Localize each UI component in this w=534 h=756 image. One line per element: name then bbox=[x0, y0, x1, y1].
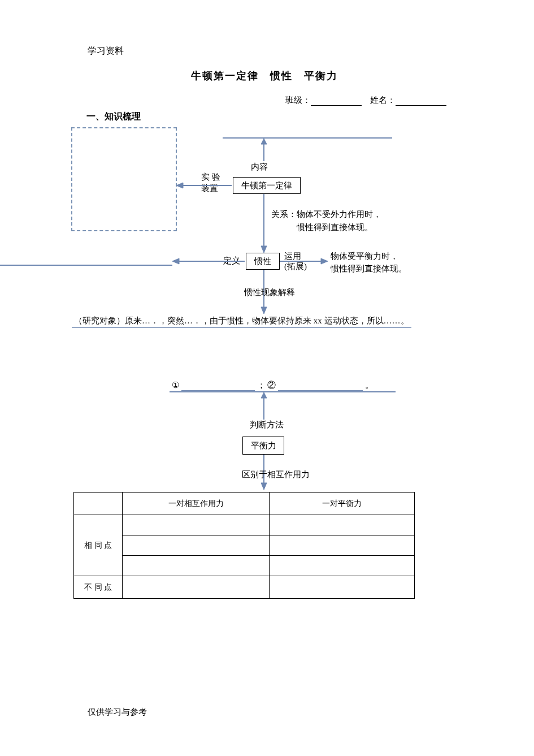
judgment-end: 。 bbox=[365, 381, 374, 390]
cell-similar-1a[interactable] bbox=[123, 515, 269, 535]
comparison-table: 一对相互作用力 一对平衡力 相 同 点 不 同 点 bbox=[73, 492, 415, 599]
label-content: 内容 bbox=[251, 162, 268, 172]
dashed-placeholder-box bbox=[71, 127, 177, 231]
svg-marker-5 bbox=[261, 246, 267, 253]
doc-footer: 仅供学习与参考 bbox=[88, 707, 147, 718]
judgment-blank-row: ① ； ② 。 bbox=[172, 380, 374, 391]
judgment-blank-2: ② bbox=[267, 381, 276, 390]
svg-marker-9 bbox=[321, 258, 328, 264]
label-relation-line2: 惯性得到直接体现。 bbox=[297, 222, 373, 233]
doc-header: 学习资料 bbox=[88, 45, 124, 57]
label-apply-line2: 惯性得到直接体现。 bbox=[331, 263, 407, 274]
judgment-input-1[interactable] bbox=[181, 381, 255, 391]
arrow-up-content bbox=[260, 139, 268, 161]
line-judgment-under bbox=[170, 391, 396, 392]
arrow-right-application bbox=[280, 257, 328, 265]
svg-marker-13 bbox=[261, 392, 267, 398]
section-heading-1: 一、知识梳理 bbox=[86, 111, 141, 123]
cell-similar-3b[interactable] bbox=[269, 556, 414, 576]
cell-diff-b[interactable] bbox=[269, 576, 414, 599]
cell-similar-2b[interactable] bbox=[269, 535, 414, 556]
judgment-input-2[interactable] bbox=[278, 381, 363, 391]
label-apply-line1: 物体受平衡力时， bbox=[331, 251, 398, 262]
cell-diff-a[interactable] bbox=[123, 576, 269, 599]
arrow-up-judgment bbox=[260, 392, 268, 420]
label-judgment-method: 判断方法 bbox=[250, 420, 284, 430]
label-phenomenon-explain: 惯性现象解释 bbox=[244, 287, 295, 298]
box-newton-first-law: 牛顿第一定律 bbox=[233, 177, 301, 194]
name-label: 姓名： bbox=[370, 96, 396, 105]
row-header-diff: 不 同 点 bbox=[74, 576, 123, 599]
svg-marker-11 bbox=[261, 307, 267, 314]
arrow-left-experiment bbox=[176, 182, 232, 189]
line-definition-extend bbox=[0, 265, 172, 266]
cell-similar-2a[interactable] bbox=[123, 535, 269, 556]
name-input-line[interactable] bbox=[396, 95, 446, 106]
label-relation-prefix: 关系： bbox=[271, 209, 297, 220]
label-relation-line1: 物体不受外力作用时， bbox=[297, 209, 381, 220]
row-header-similar: 相 同 点 bbox=[74, 515, 123, 576]
arrow-left-definition bbox=[172, 257, 245, 265]
svg-marker-3 bbox=[176, 183, 183, 188]
box-inertia: 惯性 bbox=[246, 253, 280, 270]
cell-similar-3a[interactable] bbox=[123, 556, 269, 576]
label-difference: 区别于相互作用力 bbox=[242, 469, 310, 480]
class-label: 班级： bbox=[285, 96, 311, 105]
th-balance-force: 一对平衡力 bbox=[269, 493, 414, 515]
svg-marker-1 bbox=[261, 139, 267, 144]
text-explain-sentence: （研究对象）原来…．，突然…．，由于惯性，物体要保持原来 xx 运动状态，所以…… bbox=[72, 316, 411, 328]
cell-similar-1b[interactable] bbox=[269, 515, 414, 535]
svg-marker-7 bbox=[172, 258, 179, 264]
class-input-line[interactable] bbox=[311, 95, 362, 106]
svg-marker-15 bbox=[261, 483, 267, 490]
judgment-blank-1: ① bbox=[172, 381, 179, 390]
box-balance-force: 平衡力 bbox=[242, 437, 284, 455]
page-title: 牛顿第一定律 惯性 平衡力 bbox=[191, 69, 338, 83]
judgment-sep: ； bbox=[257, 381, 266, 390]
line-content-top bbox=[223, 137, 392, 139]
th-interaction-force: 一对相互作用力 bbox=[123, 493, 269, 515]
arrow-down-relation bbox=[260, 194, 268, 253]
class-field: 班级： 姓名： bbox=[285, 95, 446, 106]
page: 学习资料 牛顿第一定律 惯性 平衡力 班级： 姓名： 一、知识梳理 内容 牛顿第… bbox=[0, 0, 534, 756]
th-empty bbox=[74, 493, 123, 515]
